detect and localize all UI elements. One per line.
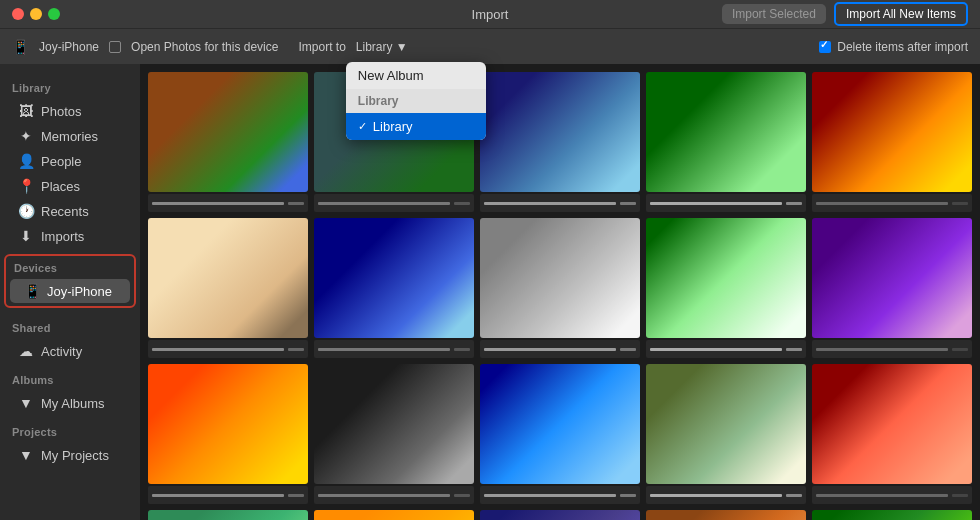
dropdown-section-header: Library [346, 89, 486, 113]
photo-cell-20[interactable] [812, 510, 972, 520]
photo-thumb-17 [314, 510, 474, 520]
import-to-dropdown[interactable]: Library ▼ New Album Library ✓ Library [356, 40, 408, 54]
photo-meta-5 [812, 194, 972, 212]
sidebar-item-people[interactable]: 👤 People [4, 149, 136, 173]
photo-cell-14[interactable] [646, 364, 806, 504]
iphone-icon: 📱 [24, 283, 40, 299]
photo-meta-4 [646, 194, 806, 212]
sidebar-label-memories: Memories [41, 129, 98, 144]
photo-meta-14 [646, 486, 806, 504]
photo-cell-9[interactable] [646, 218, 806, 358]
open-photos-checkbox[interactable] [109, 41, 121, 53]
sidebar-label-activity: Activity [41, 344, 82, 359]
window-title: Import [472, 7, 509, 22]
sidebar-item-my-albums[interactable]: ▼ My Albums [4, 391, 136, 415]
photo-cell-18[interactable] [480, 510, 640, 520]
new-album-label: New Album [358, 68, 424, 83]
maximize-button[interactable] [48, 8, 60, 20]
devices-section-box: Devices 📱 Joy-iPhone [4, 254, 136, 308]
photo-cell-8[interactable] [480, 218, 640, 358]
photo-cell-5[interactable] [812, 72, 972, 212]
sidebar-label-joy-iphone: Joy-iPhone [47, 284, 112, 299]
photo-cell-17[interactable] [314, 510, 474, 520]
photo-meta-6 [148, 340, 308, 358]
photo-meta-12 [314, 486, 474, 504]
sidebar-section-library: Library [0, 72, 140, 98]
titlebar: Import Import Selected Import All New It… [0, 0, 980, 28]
photo-cell-6[interactable] [148, 218, 308, 358]
photo-meta-11 [148, 486, 308, 504]
import-all-button[interactable]: Import All New Items [834, 2, 968, 26]
photo-grid [148, 72, 972, 520]
sidebar-item-recents[interactable]: 🕐 Recents [4, 199, 136, 223]
activity-icon: ☁ [18, 343, 34, 359]
sidebar-item-places[interactable]: 📍 Places [4, 174, 136, 198]
photo-thumb-15 [812, 364, 972, 484]
toolbar-right: Delete items after import [819, 40, 968, 54]
photo-grid-area[interactable] [140, 64, 980, 520]
photo-cell-16[interactable] [148, 510, 308, 520]
sidebar-item-imports[interactable]: ⬇ Imports [4, 224, 136, 248]
import-to-button[interactable]: Library ▼ [356, 40, 408, 54]
photo-cell-12[interactable] [314, 364, 474, 504]
photo-cell-4[interactable] [646, 72, 806, 212]
photo-meta-13 [480, 486, 640, 504]
import-to-label: Import to [298, 40, 345, 54]
photo-meta-3 [480, 194, 640, 212]
memories-icon: ✦ [18, 128, 34, 144]
photo-meta-15 [812, 486, 972, 504]
sidebar-section-devices: Devices [6, 258, 134, 278]
photo-meta-10 [812, 340, 972, 358]
photo-thumb-8 [480, 218, 640, 338]
photo-cell-15[interactable] [812, 364, 972, 504]
delete-checkbox[interactable] [819, 41, 831, 53]
import-selected-button[interactable]: Import Selected [722, 4, 826, 24]
close-button[interactable] [12, 8, 24, 20]
photo-thumb-1 [148, 72, 308, 192]
photo-thumb-13 [480, 364, 640, 484]
photo-cell-3[interactable] [480, 72, 640, 212]
albums-chevron-icon: ▼ [18, 395, 34, 411]
photo-cell-1[interactable] [148, 72, 308, 212]
photo-thumb-3 [480, 72, 640, 192]
sidebar-item-photos[interactable]: 🖼 Photos [4, 99, 136, 123]
sidebar-item-memories[interactable]: ✦ Memories [4, 124, 136, 148]
titlebar-actions: Import Selected Import All New Items [722, 2, 968, 26]
photo-cell-7[interactable] [314, 218, 474, 358]
main-area: Library 🖼 Photos ✦ Memories 👤 People 📍 P… [0, 64, 980, 520]
sidebar: Library 🖼 Photos ✦ Memories 👤 People 📍 P… [0, 64, 140, 520]
photo-cell-13[interactable] [480, 364, 640, 504]
sidebar-label-imports: Imports [41, 229, 84, 244]
recents-icon: 🕐 [18, 203, 34, 219]
minimize-button[interactable] [30, 8, 42, 20]
sidebar-item-joy-iphone[interactable]: 📱 Joy-iPhone [10, 279, 130, 303]
photos-icon: 🖼 [18, 103, 34, 119]
photo-thumb-9 [646, 218, 806, 338]
import-dropdown-menu: New Album Library ✓ Library [346, 62, 486, 140]
photo-thumb-12 [314, 364, 474, 484]
photo-meta-8 [480, 340, 640, 358]
photo-thumb-5 [812, 72, 972, 192]
sidebar-item-activity[interactable]: ☁ Activity [4, 339, 136, 363]
sidebar-section-projects: Projects [0, 416, 140, 442]
delete-label: Delete items after import [837, 40, 968, 54]
sidebar-section-albums: Albums [0, 364, 140, 390]
photo-thumb-16 [148, 510, 308, 520]
photo-thumb-18 [480, 510, 640, 520]
sidebar-label-photos: Photos [41, 104, 81, 119]
dropdown-item-library[interactable]: ✓ Library [346, 113, 486, 140]
sidebar-section-shared: Shared [0, 312, 140, 338]
photo-cell-10[interactable] [812, 218, 972, 358]
sidebar-item-my-projects[interactable]: ▼ My Projects [4, 443, 136, 467]
device-name-label: Joy-iPhone [39, 40, 99, 54]
photo-cell-11[interactable] [148, 364, 308, 504]
photo-thumb-6 [148, 218, 308, 338]
device-icon: 📱 [12, 39, 29, 55]
photo-meta-7 [314, 340, 474, 358]
dropdown-item-new-album[interactable]: New Album [346, 62, 486, 89]
photo-thumb-19 [646, 510, 806, 520]
photo-cell-19[interactable] [646, 510, 806, 520]
photo-thumb-11 [148, 364, 308, 484]
imports-icon: ⬇ [18, 228, 34, 244]
photo-meta-1 [148, 194, 308, 212]
